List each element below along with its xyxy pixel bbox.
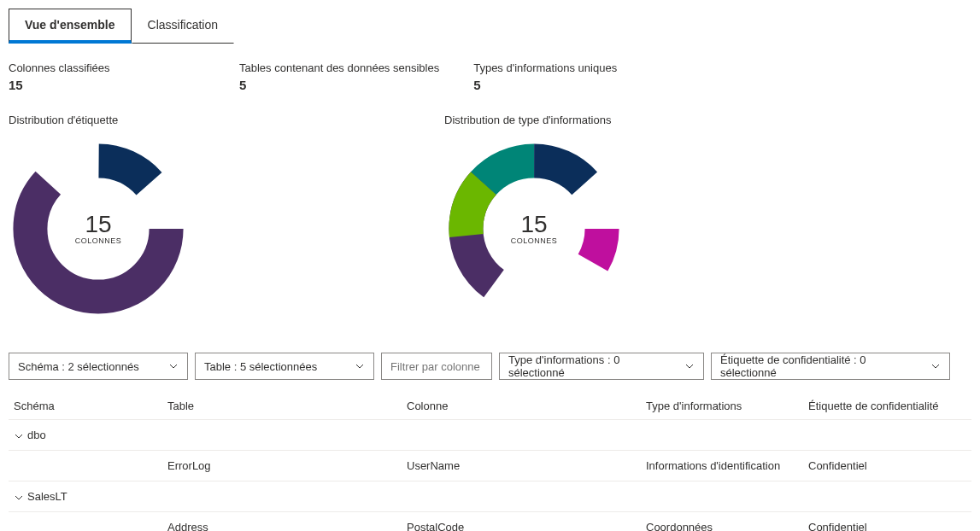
chevron-down-icon xyxy=(168,361,179,371)
chevron-down-icon xyxy=(684,361,695,371)
col-table[interactable]: Table xyxy=(162,393,402,420)
filter-info-type-dropdown[interactable]: Type d'informations : 0 sélectionné xyxy=(499,353,704,380)
filter-schema-label: Schéma : 2 sélectionnés xyxy=(18,360,139,373)
filter-info-type-label: Type d'informations : 0 sélectionné xyxy=(508,353,676,379)
group-name: SalesLT xyxy=(27,490,67,503)
filter-sensitivity-dropdown[interactable]: Étiquette de confidentialité : 0 sélecti… xyxy=(711,353,950,380)
cell-sensitivity: Confidentiel xyxy=(803,512,971,532)
filter-table-dropdown[interactable]: Table : 5 sélectionnées xyxy=(195,353,374,380)
cell-info-type: Informations d'identification xyxy=(641,451,803,481)
filter-schema-dropdown[interactable]: Schéma : 2 sélectionnés xyxy=(9,353,188,380)
donut-sub: COLONNES xyxy=(511,236,558,245)
cell-table: Address xyxy=(162,512,402,532)
filter-column-input[interactable] xyxy=(381,353,492,380)
donut-sub: COLONNES xyxy=(75,236,122,245)
donut-center: 15 COLONNES xyxy=(511,213,558,245)
stat-tables-sensitive: Tables contenant des données sensibles 5 xyxy=(239,61,439,92)
table-header-row: Schéma Table Colonne Type d'informations… xyxy=(9,393,971,420)
filter-table-label: Table : 5 sélectionnées xyxy=(204,360,317,373)
stat-label: Types d'informations uniques xyxy=(473,61,670,74)
cell-column: UserName xyxy=(402,451,641,481)
stat-label: Colonnes classifiées xyxy=(9,61,205,74)
cell-table: ErrorLog xyxy=(162,451,402,481)
donut-number: 15 xyxy=(511,213,558,236)
tab-classification[interactable]: Classification xyxy=(132,9,234,44)
chart-label-distribution: Distribution d'étiquette 15 COLONNES xyxy=(9,114,188,318)
col-schema[interactable]: Schéma xyxy=(9,393,162,420)
donut-chart: 15 COLONNES xyxy=(9,139,188,318)
chevron-down-icon xyxy=(355,361,365,371)
table-row[interactable]: ErrorLog UserName Informations d'identif… xyxy=(9,451,971,481)
chevron-down-icon xyxy=(14,493,24,503)
filter-sensitivity-label: Étiquette de confidentialité : 0 sélecti… xyxy=(720,353,922,379)
results-table: Schéma Table Colonne Type d'informations… xyxy=(9,393,971,531)
group-row[interactable]: dbo xyxy=(9,420,971,451)
filter-bar: Schéma : 2 sélectionnés Table : 5 sélect… xyxy=(9,353,971,380)
col-sensitivity[interactable]: Étiquette de confidentialité xyxy=(803,393,971,420)
col-info-type[interactable]: Type d'informations xyxy=(641,393,803,420)
stat-value: 5 xyxy=(473,78,670,92)
stat-unique-info-types: Types d'informations uniques 5 xyxy=(473,61,670,92)
donut-chart: 15 COLONNES xyxy=(444,139,624,318)
col-column[interactable]: Colonne xyxy=(402,393,641,420)
group-row[interactable]: SalesLT xyxy=(9,481,971,512)
stat-classified-columns: Colonnes classifiées 15 xyxy=(9,61,205,92)
cell-info-type: Coordonnées xyxy=(641,512,803,532)
tab-bar: Vue d'ensemble Classification xyxy=(9,9,971,44)
chevron-down-icon xyxy=(14,431,24,441)
chevron-down-icon xyxy=(930,361,941,371)
chart-title: Distribution de type d'informations xyxy=(444,114,624,126)
donut-number: 15 xyxy=(75,213,122,236)
stat-label: Tables contenant des données sensibles xyxy=(239,61,439,74)
stat-value: 5 xyxy=(239,78,439,92)
group-name: dbo xyxy=(27,429,46,441)
chart-info-type-distribution: Distribution de type d'informations 15 C… xyxy=(444,114,624,318)
stats-row: Colonnes classifiées 15 Tables contenant… xyxy=(9,61,971,92)
stat-value: 15 xyxy=(9,78,205,92)
chart-title: Distribution d'étiquette xyxy=(9,114,188,126)
cell-column: PostalCode xyxy=(402,512,641,532)
table-row[interactable]: Address PostalCode Coordonnées Confident… xyxy=(9,512,971,532)
donut-center: 15 COLONNES xyxy=(75,213,122,245)
charts-row: Distribution d'étiquette 15 COLONNES Dis… xyxy=(9,114,971,318)
cell-sensitivity: Confidentiel xyxy=(803,451,971,481)
tab-overview[interactable]: Vue d'ensemble xyxy=(9,9,132,44)
